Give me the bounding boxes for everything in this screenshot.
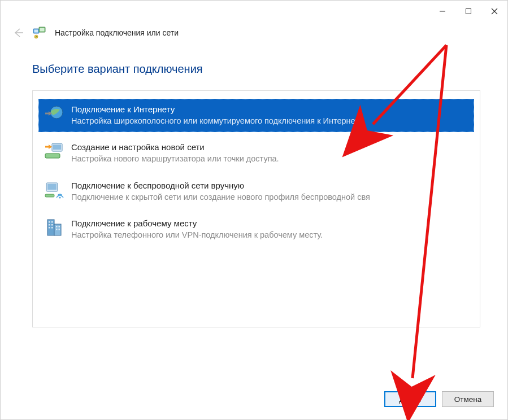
svg-rect-24 <box>49 227 50 229</box>
svg-rect-29 <box>59 229 60 230</box>
building-icon <box>43 216 66 239</box>
svg-rect-15 <box>47 184 57 190</box>
svg-rect-7 <box>34 30 38 33</box>
svg-rect-18 <box>47 220 54 235</box>
svg-rect-8 <box>40 28 45 32</box>
svg-rect-17 <box>45 194 54 197</box>
option-create-network[interactable]: Создание и настройка новой сети Настройк… <box>38 137 474 170</box>
option-title: Подключение к беспроводной сети вручную <box>71 180 470 191</box>
svg-point-16 <box>59 196 60 198</box>
svg-rect-21 <box>51 221 53 223</box>
option-title: Создание и настройка новой сети <box>71 141 470 153</box>
network-setup-icon <box>32 25 47 40</box>
wireless-icon <box>43 178 66 201</box>
svg-rect-23 <box>51 224 53 226</box>
option-desc: Настройка нового маршрутизатора или точк… <box>71 153 470 164</box>
svg-rect-26 <box>56 226 58 228</box>
option-connect-internet[interactable]: Подключение к Интернету Настройка широко… <box>38 99 474 132</box>
next-button[interactable]: Далее <box>384 391 436 407</box>
page-heading: Выберите вариант подключения <box>32 63 480 76</box>
minimize-button[interactable] <box>429 3 455 20</box>
option-desc: Подключение к скрытой сети или создание … <box>71 191 470 203</box>
globe-icon <box>43 102 66 125</box>
back-arrow-icon[interactable] <box>12 27 24 39</box>
titlebar <box>1 1 507 23</box>
svg-rect-13 <box>45 154 60 158</box>
close-button[interactable] <box>481 3 507 20</box>
option-workplace[interactable]: Подключение к рабочему месту Настройка т… <box>38 213 474 246</box>
option-desc: Настройка широкополосного или коммутируе… <box>71 115 470 126</box>
svg-rect-20 <box>49 221 50 223</box>
options-panel: Подключение к Интернету Настройка широко… <box>32 90 480 327</box>
svg-rect-27 <box>59 226 60 228</box>
footer: Далее Отмена <box>1 381 507 419</box>
svg-rect-22 <box>49 224 50 226</box>
option-wireless-manual[interactable]: Подключение к беспроводной сети вручную … <box>38 175 474 208</box>
option-desc: Настройка телефонного или VPN-подключени… <box>71 229 470 240</box>
svg-rect-25 <box>51 227 53 229</box>
maximize-button[interactable] <box>455 3 481 20</box>
svg-rect-1 <box>466 9 471 14</box>
header-title: Настройка подключения или сети <box>55 28 179 37</box>
option-title: Подключение к Интернету <box>71 103 470 115</box>
wizard-window: Настройка подключения или сети Выберите … <box>0 0 508 420</box>
svg-rect-12 <box>53 145 61 150</box>
header: Настройка подключения или сети <box>1 23 507 49</box>
content-area: Выберите вариант подключения Подключение… <box>1 49 507 381</box>
svg-rect-19 <box>54 224 61 235</box>
svg-rect-28 <box>56 229 58 230</box>
option-title: Подключение к рабочему месту <box>71 217 470 229</box>
router-icon <box>43 140 66 163</box>
cancel-button[interactable]: Отмена <box>442 391 494 407</box>
